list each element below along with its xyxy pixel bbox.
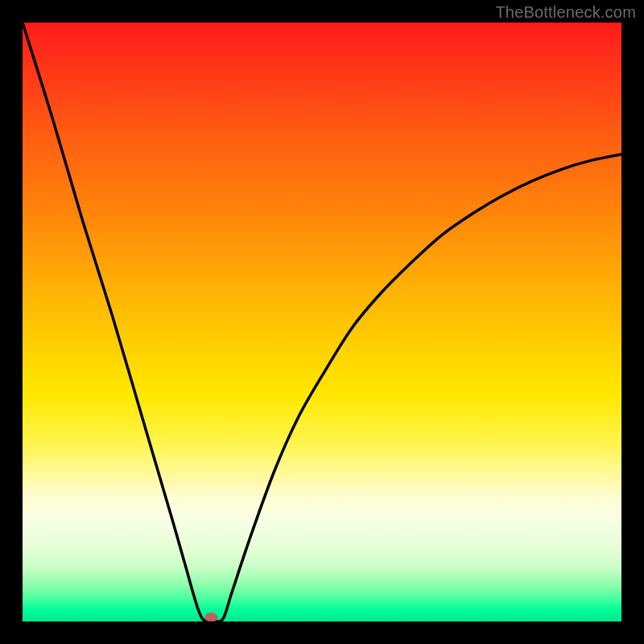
min-marker: [204, 613, 217, 621]
chart-svg: [23, 23, 621, 621]
plot-area: [23, 23, 621, 621]
bottleneck-curve: [23, 23, 621, 621]
watermark-text: TheBottleneck.com: [495, 3, 636, 22]
curve-group: [23, 23, 621, 621]
chart-frame: TheBottleneck.com: [0, 0, 644, 644]
